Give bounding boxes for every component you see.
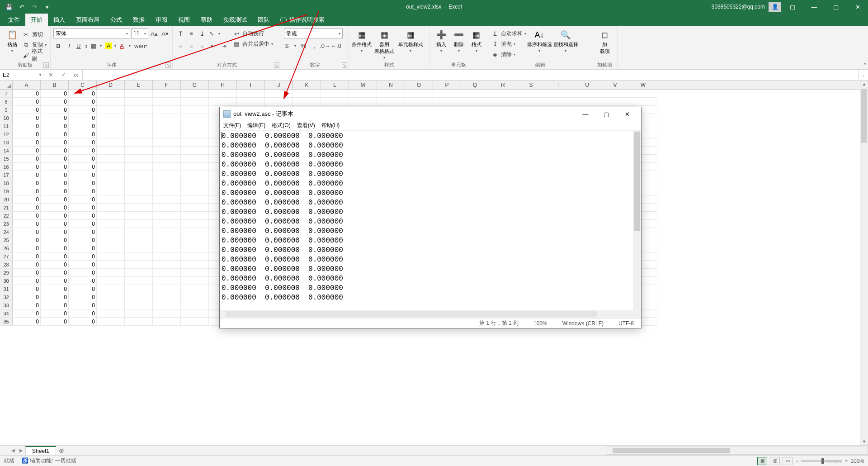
increase-decimal-icon[interactable]: .0→ [320,41,330,51]
cell[interactable] [153,122,181,130]
close-button[interactable]: ✕ [847,0,868,14]
cell[interactable] [153,114,181,122]
cell[interactable] [97,147,125,155]
cell[interactable] [573,90,601,98]
cell[interactable] [153,195,181,204]
tab-开始[interactable]: 开始 [25,14,48,26]
cell[interactable]: 0 [13,179,41,187]
row-header[interactable]: 17 [0,171,13,179]
cell[interactable] [125,261,153,269]
cell[interactable] [181,171,209,179]
col-header-F[interactable]: F [153,81,181,89]
notepad-text-area[interactable]: 0.000000 0.000000 0.000000 0.000000 0.00… [220,131,641,310]
cell[interactable]: 0 [69,130,97,138]
cell[interactable]: 0 [13,130,41,138]
format-cells-button[interactable]: ▦格式▾ [467,28,485,53]
scroll-up-icon[interactable]: ▲ [860,81,868,88]
clipboard-launcher[interactable]: ↘ [43,62,49,68]
cell[interactable] [181,236,209,244]
align-top-icon[interactable]: ⤒ [175,29,185,38]
cell[interactable] [181,228,209,236]
tell-me-search[interactable]: 操作说明搜索 [275,14,330,26]
row-header[interactable]: 33 [0,301,13,309]
col-header-R[interactable]: R [489,81,517,89]
cell[interactable] [181,155,209,163]
cell[interactable] [125,130,153,138]
cell[interactable] [97,195,125,204]
cell[interactable] [97,155,125,163]
cell[interactable] [181,220,209,228]
row-header[interactable]: 16 [0,163,13,171]
add-sheet-button[interactable]: ⊕ [56,447,67,454]
cell[interactable] [601,98,629,106]
cell[interactable]: 0 [13,285,41,293]
align-bottom-icon[interactable]: ⤓ [197,29,207,38]
cell[interactable]: 0 [41,106,69,114]
cell[interactable] [461,98,489,106]
cell[interactable]: 0 [41,309,69,318]
cell[interactable]: 0 [69,171,97,179]
cell[interactable] [97,204,125,212]
cell[interactable] [153,106,181,114]
sheet-nav-prev-icon[interactable]: ◀ [9,448,17,453]
scroll-thumb[interactable] [861,89,867,143]
number-launcher[interactable]: ↘ [342,62,347,68]
notepad-menu-item[interactable]: 查看(V) [297,122,315,129]
cell[interactable]: 0 [13,318,41,326]
col-header-U[interactable]: U [573,81,601,89]
tab-页面布局[interactable]: 页面布局 [71,14,105,26]
cell[interactable]: 0 [41,98,69,106]
notepad-window[interactable]: out_view2.asc - 记事本 — ▢ ✕ 文件(F)编辑(E)格式(O… [219,107,642,328]
row-header[interactable]: 8 [0,98,13,106]
cell[interactable] [97,252,125,261]
cell[interactable] [181,261,209,269]
cell[interactable] [125,114,153,122]
notepad-vscroll[interactable] [633,131,641,310]
row-header[interactable]: 35 [0,318,13,326]
notepad-menu-item[interactable]: 文件(F) [223,122,241,129]
cell[interactable] [181,98,209,106]
row-header[interactable]: 15 [0,155,13,163]
zoom-in-button[interactable]: + [844,458,848,464]
comma-icon[interactable]: , [309,41,319,51]
cell[interactable] [405,98,433,106]
cell[interactable]: 0 [41,114,69,122]
delete-cells-button[interactable]: ➖删除▾ [450,28,467,53]
cell[interactable] [181,244,209,252]
cell[interactable] [349,98,377,106]
col-header-J[interactable]: J [265,81,293,89]
row-header[interactable]: 26 [0,244,13,252]
font-color-button[interactable]: A▾ [118,41,132,51]
cell[interactable]: 0 [13,171,41,179]
cell[interactable]: 0 [13,187,41,195]
cell[interactable] [181,90,209,98]
cell[interactable]: 0 [13,114,41,122]
cell[interactable] [181,122,209,130]
cell[interactable] [125,277,153,285]
cell[interactable]: 0 [69,228,97,236]
cell[interactable] [97,228,125,236]
cell[interactable] [125,122,153,130]
cell[interactable] [97,244,125,252]
notepad-menu-item[interactable]: 帮助(H) [321,122,340,129]
cell[interactable] [125,179,153,187]
cell[interactable] [153,261,181,269]
cell[interactable]: 0 [69,187,97,195]
cell[interactable]: 0 [69,122,97,130]
col-header-N[interactable]: N [377,81,405,89]
cell[interactable] [153,228,181,236]
cell[interactable] [237,90,265,98]
cell[interactable]: 0 [13,228,41,236]
row-header[interactable]: 7 [0,90,13,98]
decrease-indent-icon[interactable]: ⇤ [208,41,218,51]
align-left-icon[interactable]: ≡ [175,41,185,51]
cell[interactable]: 0 [41,155,69,163]
cell[interactable] [153,277,181,285]
cell[interactable] [293,98,321,106]
cell[interactable] [125,252,153,261]
cell[interactable] [153,220,181,228]
cell[interactable] [181,187,209,195]
col-header-P[interactable]: P [433,81,461,89]
row-header[interactable]: 30 [0,277,13,285]
cell[interactable]: 0 [69,195,97,204]
